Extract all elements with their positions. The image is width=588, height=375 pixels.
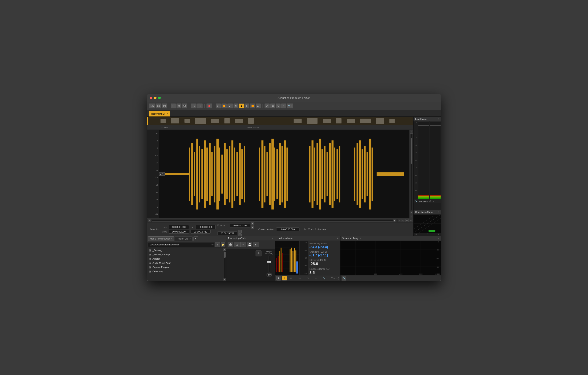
scroll-left-button[interactable]: ◀ [148, 219, 151, 222]
loop-button[interactable]: ↻ [233, 103, 239, 109]
path-selector[interactable]: /Users/danielbrashaw/Music [148, 242, 214, 247]
play-button[interactable]: ▶▾ [227, 103, 233, 109]
vertical-scrollbar[interactable] [410, 134, 412, 210]
fader-thumb[interactable] [267, 261, 271, 263]
svg-rect-41 [221, 154, 223, 193]
from-row: From: [162, 225, 189, 229]
minimize-button[interactable] [154, 97, 157, 99]
scroll-right-button[interactable]: ▶ [393, 219, 396, 222]
zoom-in-h-button[interactable]: ⊕ [398, 219, 401, 222]
add-effect-button[interactable]: + [256, 251, 262, 256]
scrollbar-track[interactable] [224, 251, 226, 278]
mix-button[interactable]: ⇌ [264, 103, 270, 109]
level-meter-close-x[interactable]: × [438, 118, 439, 121]
save-button[interactable] [162, 103, 167, 109]
svg-rect-48 [239, 143, 241, 205]
folder-up-button[interactable]: ↑ [215, 242, 220, 247]
maximize-button[interactable] [158, 97, 161, 99]
svg-rect-54 [267, 152, 268, 196]
media-browser-close[interactable]: × [171, 238, 172, 240]
h-scroll-track[interactable] [152, 220, 393, 221]
scroll-thumb[interactable] [224, 252, 226, 258]
open-button[interactable] [156, 103, 161, 109]
from-input[interactable] [169, 225, 189, 229]
proc-power-button[interactable]: ⏻ [228, 242, 233, 247]
zoom-fit-h-button[interactable]: ⊞ [401, 219, 405, 222]
pause-button[interactable]: ⏸ [244, 103, 249, 109]
waveform-overview[interactable] [147, 117, 413, 125]
processing-close[interactable]: × [272, 237, 273, 240]
level-bars [418, 121, 441, 199]
cursor-tool-button[interactable]: ↖ [276, 103, 281, 109]
range-stat: Loudness Range (LU) 3.5 [309, 268, 339, 275]
loudness-scale-col: -10 -20 -30 -40 -50 [299, 241, 308, 275]
scrollbar-thumb[interactable] [411, 138, 412, 164]
view-duration-input[interactable] [217, 232, 237, 235]
zoom-out-button[interactable]: ↓ [410, 215, 413, 218]
loudness-close[interactable]: × [337, 237, 339, 240]
rewind-button[interactable]: ⏪ [221, 103, 227, 109]
media-browser-tab[interactable]: Media File Browser × [148, 236, 174, 241]
new-button[interactable]: ▾ [149, 103, 156, 109]
to-input[interactable] [196, 225, 216, 229]
correlation-close[interactable]: × [438, 210, 439, 213]
pencil-button[interactable]: ✏ [281, 103, 286, 109]
fader-track[interactable] [268, 255, 270, 273]
zoom-fit-button[interactable]: ⊕ [410, 211, 413, 214]
scale-label-1: -1 [156, 132, 158, 134]
paste-button[interactable] [182, 103, 187, 109]
waveform-canvas-area[interactable]: ▲▼ [159, 130, 409, 218]
proc-route-button[interactable]: → [240, 242, 246, 247]
scroll-down-arrow[interactable]: ▼ [223, 278, 226, 281]
zoom-out-h-button[interactable]: ⊖ [405, 219, 409, 222]
list-item[interactable]: ▣ Captain Plugins [147, 265, 219, 269]
list-item[interactable]: ▣ _Serato_ [147, 248, 219, 252]
spectrogram-button[interactable]: ▦ [270, 103, 275, 109]
svg-rect-84 [377, 172, 404, 176]
cut-button[interactable]: ✂ [171, 103, 176, 109]
fast-forward-button[interactable]: ⏩ [250, 103, 255, 109]
undo-button[interactable]: ↩▾ [191, 103, 197, 109]
svg-rect-27 [164, 173, 189, 175]
list-item[interactable]: ▣ Ableton [147, 257, 219, 261]
loudness-pause-button[interactable]: ⏸ [282, 276, 287, 280]
loudness-panel: Loudness Meter × [275, 236, 340, 281]
spectrum-close[interactable]: × [438, 237, 439, 240]
duration-up[interactable]: ▲ [251, 222, 254, 225]
loudness-play-button[interactable]: ⏺ [276, 276, 281, 280]
view-to-input[interactable] [190, 230, 210, 234]
proc-preset-button[interactable]: □ [234, 242, 240, 247]
close-button[interactable] [150, 97, 152, 99]
region-list-close[interactable]: × [189, 238, 191, 240]
proc-save-button[interactable]: 💾 [247, 242, 252, 247]
waveform-area[interactable]: -1 -3 -6 -10 -16 -∞ -16 -10 -6 -3 -1 dB [147, 130, 413, 218]
list-item[interactable]: ▣ _Serato_Backup [147, 252, 219, 257]
cursor-position-input[interactable] [276, 227, 299, 231]
tab-dropdown-button[interactable]: ▾ [193, 236, 198, 241]
view-dur-up[interactable]: ▲ [238, 230, 242, 233]
redo-button[interactable]: ↪▾ [197, 103, 203, 109]
duration-down[interactable]: ▼ [251, 226, 254, 229]
tab-close-button[interactable]: × [167, 112, 168, 115]
to-end-button[interactable]: ⏭ [256, 103, 261, 109]
view-dur-down[interactable]: ▼ [238, 233, 242, 236]
duration-input[interactable] [230, 224, 250, 227]
copy-button[interactable]: ⧉ [176, 103, 181, 109]
spectrum-settings-button[interactable]: 🔧 [342, 276, 346, 280]
stop-button[interactable]: ⏹ [239, 103, 244, 109]
to-start-button[interactable]: ⏮ [216, 103, 221, 109]
waveform-settings-button[interactable]: ⚙ [409, 219, 412, 222]
view-from-input[interactable] [169, 230, 189, 234]
list-item[interactable]: ▣ Audio Music Apps [147, 261, 219, 265]
proc-dropdown-button[interactable]: ▼ [253, 242, 259, 247]
record-button[interactable]: ⏺ [206, 103, 212, 109]
recording-tab[interactable]: Recording 1* × [149, 111, 170, 116]
zoom-in-button[interactable]: ↑ [410, 130, 413, 133]
list-item[interactable]: ▣ Celemony [147, 269, 219, 274]
scroll-up-arrow[interactable]: ▲ [223, 248, 226, 251]
region-list-tab[interactable]: Region List × [175, 236, 193, 241]
zoom-button[interactable]: 🔍▾ [287, 103, 293, 109]
scale-label-1b: -1 [156, 206, 158, 208]
folder-open-button[interactable]: 📁 [221, 242, 225, 247]
to-inputs: To: [190, 225, 216, 234]
